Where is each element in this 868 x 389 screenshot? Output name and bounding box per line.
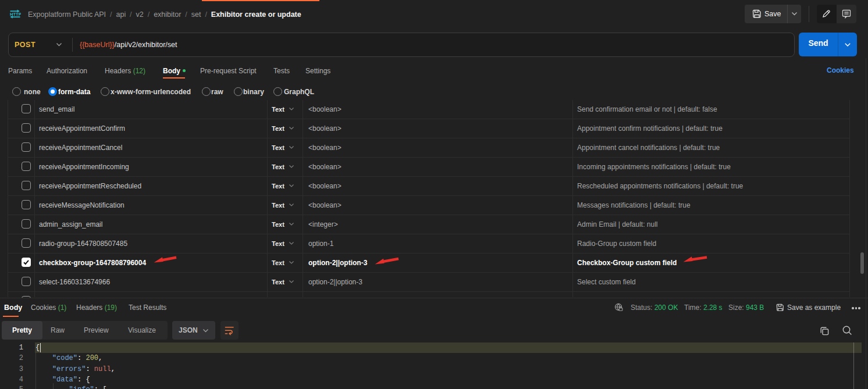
svg-text:HTTP: HTTP [10,12,21,17]
